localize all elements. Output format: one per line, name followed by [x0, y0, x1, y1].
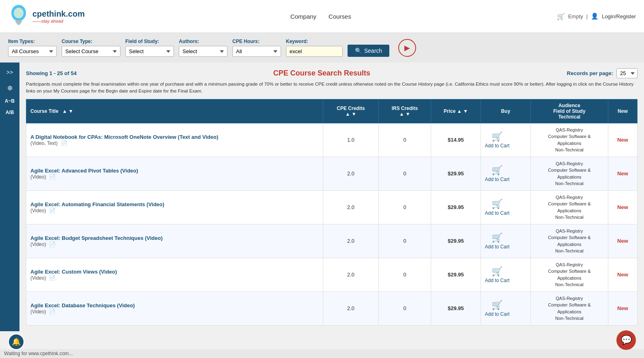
new-cell: New [608, 291, 637, 325]
header: cpethink.com ——stay ahead Company Course… [0, 0, 644, 33]
add-to-cart-button[interactable]: 🛒 Add to Cart [485, 233, 510, 250]
irs-credits-cell: 0 [378, 190, 431, 224]
add-to-cart-button[interactable]: 🛒 Add to Cart [485, 300, 510, 317]
search-label: Search [364, 47, 382, 54]
price-cell: $29.95 [431, 157, 481, 190]
course-tbody: A Digital Notebook for CPAs: Microsoft O… [26, 123, 638, 325]
main-content: >> ⊕ A~B A/B Showing 1 - 25 of 54 CPE Co… [0, 63, 644, 331]
price-cell: $29.95 [431, 258, 481, 291]
buy-cell: 🛒 Add to Cart [481, 190, 531, 224]
course-title-cell: Agile Excel: Budget Spreadsheet Techniqu… [26, 224, 323, 258]
sidebar: >> ⊕ A~B A/B [0, 63, 19, 331]
new-cell: New [608, 224, 637, 258]
search-button[interactable]: 🔍 Search [348, 45, 389, 57]
audience-cell: QAS-RegistryComputer Software &Applicati… [531, 258, 608, 291]
add-to-cart-label: Add to Cart [485, 278, 510, 283]
cart-icon: 🛒 [492, 199, 502, 209]
new-cell: New [608, 157, 637, 190]
new-badge: New [617, 170, 628, 177]
course-title-link[interactable]: Agile Excel: Budget Spreadsheet Techniqu… [30, 235, 163, 241]
add-to-cart-label: Add to Cart [485, 311, 510, 317]
sidebar-expand-button[interactable]: >> [2, 66, 17, 79]
price-cell: $14.95 [431, 123, 481, 157]
th-cpe-credits: CPE Credits ▲ ▼ [323, 99, 379, 123]
add-to-cart-button[interactable]: 🛒 Add to Cart [485, 266, 510, 283]
table-row: Agile Excel: Database Techniques (Video)… [26, 291, 638, 325]
sort-price-up[interactable]: ▲ [457, 108, 462, 114]
add-to-cart-label: Add to Cart [485, 244, 510, 250]
showing-text: Showing 1 - 25 of 54 [26, 70, 77, 76]
sort-cpe-down[interactable]: ▼ [352, 111, 356, 117]
keyword-input[interactable]: excel [286, 46, 343, 57]
zoom-icon: ⊕ [7, 84, 13, 92]
doc-icon[interactable]: 📄 [49, 207, 56, 214]
field-of-study-select[interactable]: Select [125, 46, 174, 57]
sort-title-down[interactable]: ▼ [69, 108, 73, 114]
sidebar-ab-slash-button[interactable]: A/B [2, 108, 17, 117]
login-register-link[interactable]: Login/Register [602, 13, 636, 19]
add-to-cart-label: Add to Cart [485, 177, 510, 182]
authors-select[interactable]: Select [179, 46, 228, 57]
course-title-cell: Agile Excel: Custom Views (Video) (Video… [26, 258, 323, 291]
records-per-page-select[interactable]: 25 10 50 100 [616, 68, 638, 78]
cpe-hours-label: CPE Hours: [232, 39, 281, 44]
irs-credits-cell: 0 [378, 291, 431, 325]
th-buy: Buy [481, 99, 531, 123]
course-title-link[interactable]: Agile Excel: Custom Views (Video) [30, 269, 117, 275]
cart-icon: 🛒 [492, 300, 502, 311]
audience-cell: QAS-RegistryComputer Software &Applicati… [531, 224, 608, 258]
sort-price-down[interactable]: ▼ [463, 108, 468, 114]
buy-cell: 🛒 Add to Cart [481, 123, 531, 157]
new-badge: New [617, 238, 628, 244]
doc-icon[interactable]: 📄 [49, 275, 56, 281]
table-header: Course Title ▲ ▼ CPE Credits ▲ ▼ IRS Cre… [26, 99, 638, 123]
cpe-credits-cell: 1.0 [323, 123, 379, 157]
add-to-cart-button[interactable]: 🛒 Add to Cart [485, 132, 510, 149]
sidebar-zoom-button[interactable]: ⊕ [2, 81, 17, 94]
table-row: Agile Excel: Advanced Pivot Tables (Vide… [26, 157, 638, 190]
sidebar-ab-tilde-button[interactable]: A~B [2, 97, 17, 106]
header-right: 🛒 Empty | 👤 Login/Register [557, 13, 636, 20]
cpe-hours-select[interactable]: All 1234 [232, 46, 281, 57]
sort-irs-up[interactable]: ▲ [399, 111, 404, 117]
course-title-cell: Agile Excel: Database Techniques (Video)… [26, 291, 323, 325]
course-format: (Video) [30, 309, 46, 315]
add-to-cart-button[interactable]: 🛒 Add to Cart [485, 199, 510, 216]
item-types-select[interactable]: All Courses Webinar Self-Study Live [8, 46, 57, 57]
field-of-study-label: Field of Study: [125, 39, 174, 44]
nav-company[interactable]: Company [290, 13, 316, 20]
course-title-link[interactable]: Agile Excel: Database Techniques (Video) [30, 302, 135, 308]
course-title-link[interactable]: Agile Excel: Advanced Pivot Tables (Vide… [30, 168, 138, 174]
play-icon: ▶ [404, 43, 410, 52]
course-title-link[interactable]: Agile Excel: Automating Financial Statem… [30, 201, 164, 207]
buy-cell: 🛒 Add to Cart [481, 291, 531, 325]
sort-cpe-up[interactable]: ▲ [345, 111, 350, 117]
new-badge: New [617, 272, 628, 278]
new-badge: New [617, 305, 628, 311]
doc-icon[interactable]: 📄 [49, 241, 56, 247]
doc-icon[interactable]: 📄 [49, 308, 56, 315]
course-type-select[interactable]: Select Course [62, 46, 120, 57]
cpe-credits-cell: 2.0 [323, 224, 379, 258]
add-to-cart-button[interactable]: 🛒 Add to Cart [485, 165, 510, 182]
cpe-hours-group: CPE Hours: All 1234 [232, 39, 281, 57]
course-title-cell: A Digital Notebook for CPAs: Microsoft O… [26, 123, 323, 157]
logo-text-area: cpethink.com ——stay ahead [32, 9, 85, 24]
sort-title-up[interactable]: ▲ [62, 108, 67, 114]
new-cell: New [608, 123, 637, 157]
doc-icon[interactable]: 📄 [61, 140, 67, 146]
doc-icon[interactable]: 📄 [49, 174, 56, 180]
price-cell: $29.95 [431, 291, 481, 325]
sort-irs-down[interactable]: ▼ [406, 111, 410, 117]
buy-cell: 🛒 Add to Cart [481, 258, 531, 291]
nav-courses[interactable]: Courses [328, 13, 351, 20]
authors-group: Authors: Select [179, 39, 228, 57]
course-title-link[interactable]: A Digital Notebook for CPAs: Microsoft O… [30, 134, 218, 140]
table-row: Agile Excel: Automating Financial Statem… [26, 190, 638, 224]
search-button-group: 🔍 Search [348, 45, 389, 57]
keyword-label: Keyword: [286, 39, 343, 44]
help-video-button[interactable]: ▶ [398, 39, 416, 57]
records-per-page-label: Records per page: [567, 70, 613, 76]
audience-cell: QAS-RegistryComputer Software &Applicati… [531, 291, 608, 325]
new-cell: New [608, 258, 637, 291]
